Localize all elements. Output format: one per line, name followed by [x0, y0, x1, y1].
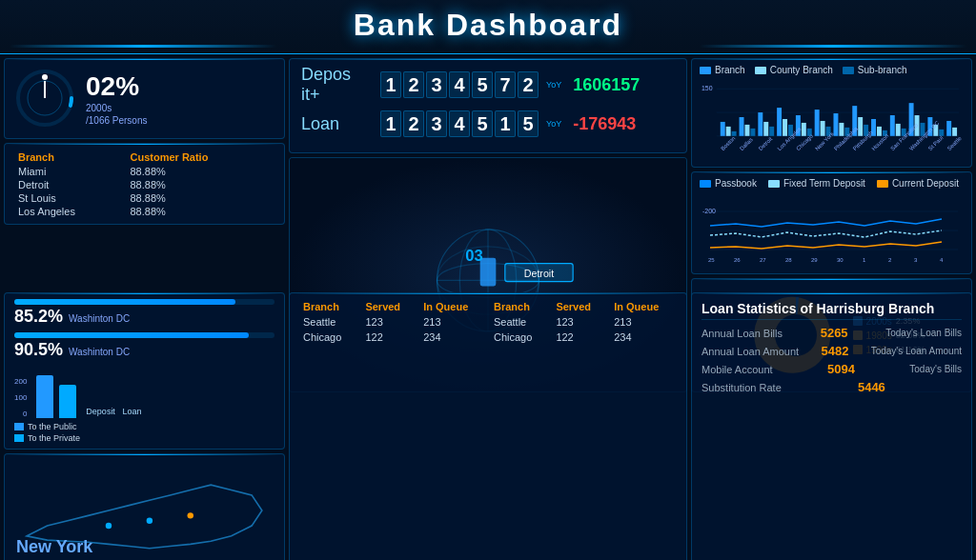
queue-cell: 122	[359, 330, 417, 345]
branch-name: St Louis	[14, 191, 127, 205]
deposit-row: Depos it+ 1234572 YoY 1606157	[301, 65, 675, 105]
ticker-digit: 5	[472, 71, 493, 98]
svg-point-88	[188, 512, 193, 518]
svg-rect-55	[946, 121, 951, 136]
queue-row: Chicago122234Chicago122234	[297, 330, 679, 345]
legend-label: Fixed Term Deposit	[783, 178, 865, 189]
legend-color	[877, 180, 888, 188]
gauge-panel: 02% 2000s /1066 Persons	[4, 58, 285, 139]
queue-cell: 234	[608, 330, 679, 345]
svg-rect-41	[858, 117, 863, 136]
gauge-sub2: /1066 Persons	[86, 114, 148, 127]
top-grid: 02% 2000s /1066 Persons Branch Customer …	[0, 54, 976, 292]
branch-table-row: Detroit88.88%	[14, 178, 274, 191]
loan-stat-row: Annual Loan Amount 5482 Today's Loan Amo…	[702, 344, 962, 358]
deposit-value: 1606157	[573, 75, 640, 95]
svg-text:-200: -200	[702, 208, 716, 214]
line-legend-item: Fixed Term Deposit	[768, 178, 865, 189]
loan-stat-right-label: Today's Loan Bills	[885, 328, 962, 338]
loan-stats-items: Annual Loan Bills 5265 Today's Loan Bill…	[702, 326, 962, 394]
progress-item: 90.5% Washinton DC	[14, 332, 274, 360]
legend-color	[700, 67, 711, 74]
header-line-left	[10, 45, 276, 48]
progress-bar-fill	[14, 299, 235, 305]
svg-text:3: 3	[914, 257, 918, 263]
svg-rect-26	[763, 122, 768, 136]
line-chart-svg: -200 25 26 27 28 29 30 1 2 3 4	[700, 192, 964, 264]
svg-rect-29	[783, 119, 787, 136]
svg-rect-56	[952, 128, 957, 136]
branch-col-header: Branch	[14, 150, 127, 165]
loan-stats-panel: Loan Statistics of Harrisburg Branch Ann…	[691, 292, 972, 560]
loan-stat-value: 5265	[821, 326, 848, 340]
ny-label: New York	[16, 537, 92, 557]
branch-ratio: 88.88%	[127, 191, 275, 205]
loan-stat-label: Mobile Account	[702, 364, 773, 375]
gauge-info: 02% 2000s /1066 Persons	[86, 71, 148, 127]
queue-cell: Seattle	[297, 314, 359, 330]
svg-rect-22	[740, 117, 744, 136]
svg-text:Dallas: Dallas	[739, 136, 754, 151]
svg-text:28: 28	[785, 257, 792, 263]
progress-bar-wrap	[14, 299, 274, 305]
queue-header: In Queue	[417, 299, 488, 314]
svg-text:Boston: Boston	[720, 135, 736, 151]
svg-rect-25	[758, 112, 762, 136]
legend-color	[843, 67, 854, 74]
ny-panel: New York	[4, 453, 285, 560]
ticker-digit: 2	[403, 71, 424, 98]
ticker-digit: 3	[426, 110, 447, 137]
loan-stat-value: 5482	[821, 344, 848, 358]
legend-label: Current Deposit	[892, 178, 959, 189]
progress-sublabel: Washinton DC	[69, 347, 130, 357]
deposit-digits: 1234572	[380, 71, 539, 98]
progress-items: 85.2% Washinton DC 90.5% Washinton DC	[14, 299, 274, 360]
svg-text:Detroit: Detroit	[758, 135, 774, 151]
progress-item: 85.2% Washinton DC	[14, 299, 274, 327]
loan-stat-right-label: Today's Bills	[909, 364, 962, 374]
gauge-sub1: 2000s	[86, 102, 148, 114]
city-bar-chart: 150	[700, 79, 964, 155]
bar-legend-item: To the Public	[14, 422, 274, 431]
svg-text:30: 30	[837, 257, 844, 263]
progress-bar-wrap	[14, 332, 274, 338]
svg-rect-23	[744, 125, 749, 136]
branch-table-row: Los Angeles88.88%	[14, 205, 274, 218]
svg-rect-34	[815, 110, 820, 136]
legend-label: County Branch	[770, 65, 833, 75]
bar-legend-item: To the Private	[14, 433, 274, 443]
loan-stat-value: 5094	[827, 362, 855, 376]
loan-row: Loan 1234515 YoY -176943	[301, 110, 675, 137]
svg-point-3	[42, 74, 48, 80]
ticker-digit: 4	[449, 71, 470, 98]
ratio-col-header: Customer Ratio	[127, 150, 275, 165]
loan-label: Loan	[301, 114, 373, 134]
ticker-digit: 1	[380, 71, 401, 98]
loan-digits: 1234515	[380, 110, 539, 137]
legend-item: Branch	[700, 65, 745, 75]
queue-cell: Chicago	[297, 330, 359, 345]
svg-text:Detroit: Detroit	[524, 268, 555, 279]
ticker-digit: 1	[495, 110, 516, 137]
bar-legend-label: To the Public	[28, 422, 77, 431]
loan-stat-row: Annual Loan Bills 5265 Today's Loan Bill…	[702, 326, 962, 340]
queue-cell: 123	[359, 314, 417, 330]
svg-text:27: 27	[760, 257, 766, 263]
chart-legend: BranchCounty BranchSub-branch	[700, 65, 964, 75]
ticker-digit: 2	[403, 110, 424, 137]
queue-table: BranchServedIn QueueBranchServedIn Queue…	[297, 299, 679, 345]
queue-cell: 213	[417, 314, 488, 330]
legend-label: Passbook	[715, 178, 757, 189]
page-title: Bank Dashboard	[0, 8, 976, 43]
branch-ratio: 88.88%	[127, 165, 275, 178]
line-legend-item: Current Deposit	[877, 178, 959, 189]
svg-rect-37	[833, 113, 838, 136]
queue-cell: 234	[417, 330, 488, 345]
ticker-digit: 5	[518, 110, 539, 137]
svg-rect-46	[890, 115, 895, 136]
svg-point-87	[147, 518, 152, 524]
svg-rect-20	[726, 127, 731, 136]
deposit-yoy: YoY	[546, 80, 561, 90]
bar-legend-color	[14, 423, 24, 430]
deposit-label: Depos it+	[301, 65, 373, 105]
